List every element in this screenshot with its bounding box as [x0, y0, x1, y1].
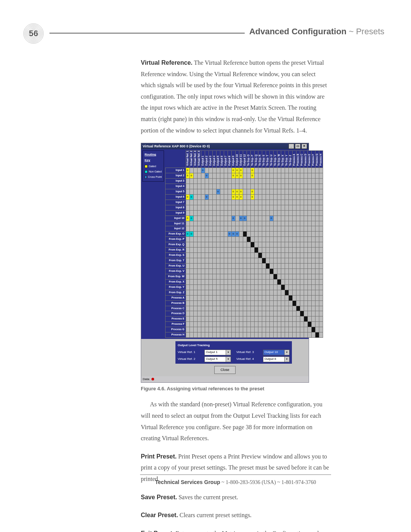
matrix-cell	[193, 284, 197, 290]
matrix-crosspoint[interactable]: 0	[236, 232, 239, 236]
matrix-cell	[228, 248, 231, 253]
matrix-cell	[292, 168, 296, 173]
close-button[interactable]: ✕	[301, 144, 307, 149]
matrix-crosspoint[interactable]: 0	[239, 189, 243, 194]
matrix-cell	[266, 300, 269, 306]
matrix-cell	[212, 173, 216, 179]
matrix-cell	[319, 189, 323, 194]
olt-vr2-combo[interactable]: Output 5▾	[204, 356, 231, 362]
matrix-crosspoint[interactable]: 0	[190, 232, 193, 236]
matrix-cell	[190, 258, 193, 264]
matrix-cell	[262, 226, 266, 232]
matrix-cell	[205, 242, 209, 248]
matrix-crosspoint[interactable]: 0	[239, 195, 243, 200]
matrix-crosspoint[interactable]: 0	[251, 195, 254, 200]
matrix-crosspoint[interactable]: 0	[239, 168, 243, 173]
matrix-cell	[254, 279, 258, 284]
olt-vr3-combo[interactable]: Output 10▾	[263, 350, 290, 355]
matrix-cell	[266, 242, 269, 248]
matrix-cell	[307, 189, 311, 194]
matrix-cell	[209, 205, 212, 210]
dialog-close-button[interactable]: Close	[214, 366, 236, 374]
matrix-cell	[193, 173, 197, 179]
matrix-crosspoint[interactable]: 0	[232, 173, 235, 178]
matrix-cell	[258, 295, 262, 300]
matrix-crosspoint[interactable]: 0	[232, 195, 235, 200]
matrix-cell	[212, 232, 216, 237]
matrix-crosspoint[interactable]: 0	[239, 216, 243, 221]
matrix-cell	[307, 242, 311, 248]
matrix-crosspoint[interactable]: 0	[186, 216, 190, 221]
matrix-crosspoint[interactable]: 0	[201, 168, 205, 173]
matrix-crosspoint[interactable]: 0	[186, 173, 190, 178]
matrix-crosspoint[interactable]: 0	[190, 195, 193, 200]
matrix-cell	[224, 205, 228, 210]
matrix-cell	[311, 279, 315, 284]
matrix-crosspoint[interactable]: 0	[205, 173, 209, 178]
matrix-crosspoint[interactable]: 0	[251, 168, 254, 173]
olt-vr4-combo[interactable]: Output 6▾	[263, 356, 290, 362]
matrix-crosspoint[interactable]: 0	[228, 232, 231, 236]
matrix-cell	[216, 184, 220, 189]
matrix-cell	[281, 253, 285, 258]
matrix-row-header: From Exp. X	[166, 279, 186, 284]
matrix-cell	[247, 232, 250, 237]
matrix-crosspoint[interactable]: 0	[236, 168, 239, 173]
matrix-cell	[224, 322, 228, 327]
matrix-cell	[247, 290, 250, 295]
matrix-cell	[288, 194, 292, 200]
matrix-crosspoint[interactable]: 0	[186, 195, 190, 200]
matrix-cell	[235, 248, 239, 253]
matrix-crosspoint[interactable]: 0	[251, 173, 254, 178]
matrix-cell: 0	[239, 194, 243, 200]
matrix-cell	[281, 237, 285, 242]
matrix-cell	[224, 216, 228, 221]
matrix-cell	[281, 274, 285, 279]
matrix-cell	[311, 327, 315, 332]
matrix-crosspoint[interactable]: 0	[232, 232, 235, 236]
matrix-crosspoint[interactable]: 0	[270, 216, 273, 221]
matrix-crosspoint[interactable]: 0	[251, 189, 254, 194]
matrix-cell	[201, 194, 205, 200]
matrix-crosspoint[interactable]: 0	[190, 216, 193, 221]
matrix-crosspoint	[258, 253, 262, 258]
matrix-crosspoint[interactable]: 0	[236, 173, 239, 178]
matrix-cell	[304, 200, 307, 205]
matrix-cell	[300, 216, 304, 221]
matrix-cell	[231, 322, 235, 327]
matrix-crosspoint[interactable]: 0	[236, 195, 239, 200]
matrix-cell	[209, 210, 212, 216]
matrix-crosspoint[interactable]: 0	[232, 189, 235, 194]
matrix-cell	[216, 253, 220, 258]
matrix-crosspoint[interactable]: 0	[239, 173, 243, 178]
matrix-crosspoint[interactable]: 0	[232, 216, 235, 221]
matrix-cell	[269, 189, 273, 194]
matrix-cell	[235, 184, 239, 189]
matrix-cell	[292, 200, 296, 205]
maximize-button[interactable]: ▭	[295, 144, 301, 149]
matrix-cell	[190, 210, 193, 216]
matrix-cell	[262, 248, 266, 253]
matrix-cell	[205, 268, 209, 274]
matrix-row-header: Input 7	[166, 200, 186, 205]
matrix-cell	[281, 168, 285, 173]
matrix-crosspoint[interactable]: 0	[205, 195, 209, 200]
screenshot-virtual-reference-window: Virtual Reference XAP 800 0 (Device ID 0…	[141, 143, 309, 383]
matrix-crosspoint[interactable]: 0	[186, 232, 190, 236]
matrix-cell: 0	[235, 168, 239, 173]
matrix-cell	[311, 274, 315, 279]
matrix-cell	[281, 306, 285, 311]
matrix-cell	[281, 210, 285, 216]
matrix-crosspoint[interactable]: 0	[217, 189, 220, 194]
matrix-cell	[292, 268, 296, 274]
matrix-crosspoint[interactable]: 0	[243, 216, 247, 221]
matrix-cell	[212, 248, 216, 253]
minimize-button[interactable]: _	[288, 144, 294, 149]
matrix-crosspoint[interactable]: 0	[236, 189, 239, 194]
matrix-cell	[277, 316, 281, 322]
olt-vr1-combo[interactable]: Output 1▾	[204, 350, 231, 355]
matrix-crosspoint[interactable]: 0	[190, 173, 193, 178]
matrix-cell	[239, 300, 243, 306]
matrix-crosspoint[interactable]: 0	[186, 168, 190, 173]
matrix-crosspoint[interactable]: 0	[232, 168, 235, 173]
